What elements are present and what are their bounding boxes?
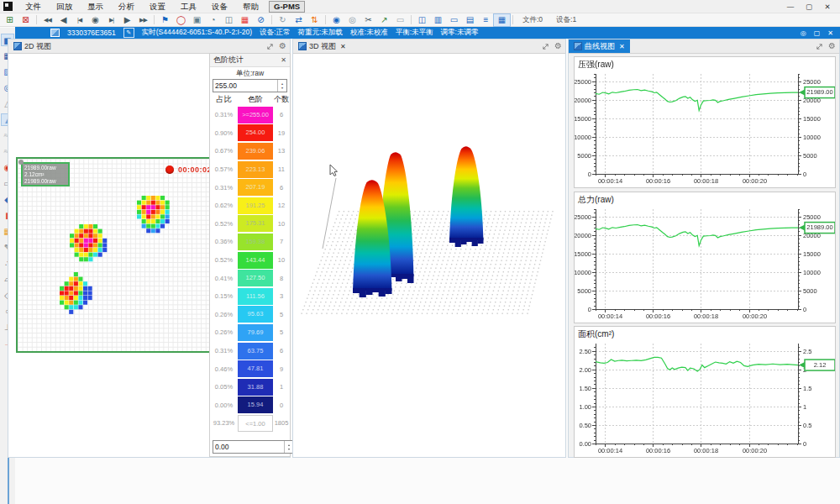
scale-row-14: 0.46%47.819 [210, 360, 290, 378]
toolbar-play-button[interactable]: ▶ [119, 14, 135, 26]
heatmap-canvas[interactable] [18, 159, 209, 351]
scale-row-color-cell[interactable]: >=255.00 [238, 107, 273, 123]
toolbar-layout-columns-3-button[interactable]: ▥ [430, 14, 446, 26]
toolbar-color-scale-button[interactable]: ▦ [237, 14, 253, 26]
color-scale-close-icon[interactable]: ✕ [281, 56, 286, 64]
scale-row-color-cell[interactable]: 175.31 [238, 215, 273, 232]
gear-icon[interactable]: ⚙ [828, 40, 836, 52]
toolbar-separator [154, 15, 155, 24]
toolbar-snapshot-button[interactable]: ▣ [189, 14, 205, 26]
toolbar-fast-forward-button[interactable]: ▶▶ [135, 14, 151, 26]
scale-row-color-cell[interactable]: 31.88 [238, 379, 273, 396]
scale-row-color-cell[interactable]: 111.56 [238, 288, 273, 305]
scale-row-color-cell[interactable]: 191.25 [238, 197, 273, 214]
gear-icon[interactable]: ⚙ [279, 40, 286, 52]
record-timer: 00:00:02 [178, 165, 212, 174]
tab-curve-view[interactable]: 曲线视图 ✕ [569, 39, 630, 53]
toolbar-layout-list-button[interactable]: ≡ [478, 14, 494, 26]
scale-row-9: 0.41%127.508 [210, 269, 290, 287]
tab-curves-close-icon[interactable]: ✕ [619, 43, 625, 50]
2d-view-tab-icon [13, 42, 22, 50]
toolbar-layout-grid-button[interactable]: ▦ [494, 14, 510, 26]
tab-3d-close-icon[interactable]: ✕ [340, 43, 346, 50]
toolbar-loop-button[interactable]: ◯ [173, 14, 189, 26]
toolbar-clear-button[interactable]: ⊘ [253, 14, 269, 26]
measurement-info-box[interactable]: 21989.00raw 2.12cm² 21989.00raw [21, 162, 70, 186]
expand-icon[interactable] [542, 43, 549, 50]
panel-maximize-icon[interactable]: ▢ [814, 29, 821, 37]
toolbar-sync-button[interactable]: ⇅ [307, 14, 323, 26]
menu-item-6[interactable]: 设备 [204, 2, 235, 11]
gear-icon[interactable]: ⚙ [554, 40, 562, 52]
toolbar-gauge-button[interactable]: ◔ [205, 14, 221, 26]
scale-row-color-cell[interactable]: 127.50 [238, 270, 273, 286]
area-chart-title: 面积(cm²) [575, 327, 835, 339]
toolbar-replay-video-button[interactable]: ◫ [221, 14, 237, 26]
edit-icon[interactable]: ✎ [123, 28, 134, 38]
scale-row-percent: 93.23% [210, 419, 238, 427]
scale-row-color-cell[interactable]: <=1.00 [238, 415, 273, 432]
dock-2d-view: 2D 视图 ⚙ 21989.00raw 2.12cm² 21989.00raw … [8, 39, 291, 458]
expand-icon[interactable] [266, 43, 274, 50]
menu-item-0[interactable]: 文件 [18, 2, 49, 11]
menu-item-3[interactable]: 分析 [111, 2, 142, 11]
scale-row-color-cell[interactable]: 95.63 [238, 306, 273, 323]
menu-item-2[interactable]: 显示 [80, 2, 111, 11]
panel-restore-icon[interactable]: ◎ [801, 29, 806, 37]
surface-3d-canvas[interactable] [293, 53, 565, 457]
close-button[interactable]: ✕ [818, 1, 837, 13]
expand-icon[interactable] [816, 43, 823, 50]
toolbar-transfer-button[interactable]: ⇄ [291, 14, 307, 26]
scale-min-input[interactable] [213, 441, 284, 453]
scale-row-color-cell[interactable]: 159.38 [238, 234, 273, 250]
menu-item-1[interactable]: 回放 [49, 2, 80, 11]
toolbar-export-button[interactable]: ↗ [376, 14, 392, 26]
toolbar-new-button[interactable]: ⊞ [2, 14, 18, 26]
toolbar-focus-button[interactable]: ◉ [328, 14, 344, 26]
panel-close-icon[interactable]: ✕ [827, 29, 833, 37]
scale-row-percent: 0.41% [210, 275, 238, 282]
tab-2d-view[interactable]: 2D 视图 [8, 39, 56, 53]
scale-row-color-cell[interactable]: 143.44 [238, 252, 273, 269]
spin-down-icon[interactable]: ▾ [278, 86, 286, 90]
restore-button[interactable]: ▢ [800, 1, 818, 13]
scale-row-color-cell[interactable]: 63.75 [238, 343, 273, 360]
menu-item-5[interactable]: 工具 [173, 2, 204, 11]
info-box-handle[interactable] [18, 160, 24, 165]
toolbar-layout-columns-2-button[interactable]: ◫ [414, 14, 430, 26]
tab-3d-view[interactable]: 3D 视图 ✕ [293, 39, 351, 53]
menu-item-4[interactable]: 设置 [142, 2, 173, 11]
scale-max-spinner[interactable]: ▴ ▾ [277, 80, 286, 92]
toolbar-delete-button[interactable]: ⊠ [18, 14, 34, 26]
toolbar-locate-button[interactable]: ◎ [344, 14, 360, 26]
toolbar-cut-button[interactable]: ✂ [360, 14, 376, 26]
scale-row-3: 0.57%223.1311 [210, 160, 290, 179]
toolbar-rewind-button[interactable]: ◀◀ [39, 14, 55, 26]
scale-row-color-cell[interactable]: 15.94 [238, 396, 273, 413]
menu-gpms[interactable]: G-PMS [269, 1, 305, 13]
toolbar-region-button[interactable]: ▭ [392, 14, 408, 26]
menu-item-7[interactable]: 帮助 [235, 2, 266, 11]
minimize-button[interactable]: — [781, 1, 800, 13]
info-area-value: 2.12cm² [24, 171, 66, 178]
scale-max-input[interactable] [213, 80, 277, 92]
force-chart-canvas [575, 204, 835, 323]
scale-row-color-cell[interactable]: 207.19 [238, 179, 273, 196]
scale-row-percent: 0.26% [210, 328, 238, 336]
scale-row-count: 6 [273, 111, 290, 118]
toolbar-record-stop-button[interactable]: ◉ [87, 14, 103, 26]
toolbar-separator [271, 15, 272, 24]
scale-row-color-cell[interactable]: 239.06 [238, 143, 273, 160]
scale-row-color-cell[interactable]: 47.81 [238, 360, 273, 377]
scale-row-color-cell[interactable]: 223.13 [238, 161, 273, 178]
toolbar-go-first-button[interactable]: |◀ [71, 14, 87, 26]
toolbar-pin-button[interactable]: ⚑ [157, 14, 173, 26]
toolbar-refresh-button[interactable]: ↻ [275, 14, 291, 26]
scale-row-color-cell[interactable]: 254.00 [238, 124, 273, 141]
toolbar-go-last-button[interactable]: ▶| [103, 14, 119, 26]
toolbar-step-back-button[interactable]: ◀ [55, 14, 71, 26]
force-chart-title: 总力(raw) [575, 192, 835, 204]
toolbar-layout-screen-button[interactable]: ▤ [462, 14, 478, 26]
scale-row-color-cell[interactable]: 79.69 [238, 324, 273, 341]
toolbar-layout-frame-button[interactable]: ▭ [446, 14, 462, 26]
